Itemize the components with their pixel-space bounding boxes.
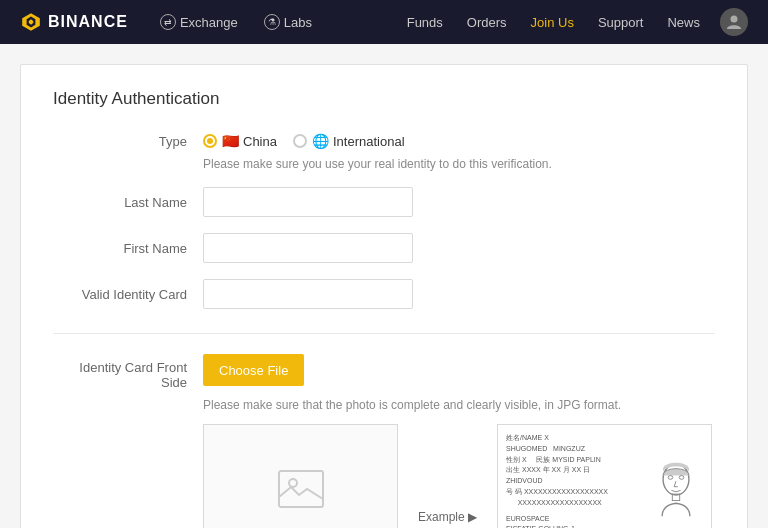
radio-china[interactable]: 🇨🇳 China — [203, 133, 277, 149]
logo-text: BINANCE — [48, 13, 128, 31]
last-name-label: Last Name — [53, 195, 203, 210]
svg-point-3 — [731, 16, 738, 23]
exchange-icon: ⇄ — [160, 14, 176, 30]
svg-point-8 — [679, 476, 684, 480]
nav-news[interactable]: News — [655, 0, 712, 44]
nav-orders[interactable]: Orders — [455, 0, 519, 44]
nav-join-us[interactable]: Join Us — [519, 0, 586, 44]
form-section: Type 🇨🇳 China 🌐 International — [53, 133, 715, 325]
main-nav: ⇄ Exchange ⚗ Labs — [148, 0, 395, 44]
first-name-input[interactable] — [203, 233, 413, 263]
user-icon — [726, 14, 742, 30]
svg-point-7 — [668, 476, 673, 480]
type-row: Type 🇨🇳 China 🌐 International — [53, 133, 715, 149]
nav-funds[interactable]: Funds — [395, 0, 455, 44]
svg-point-5 — [289, 479, 297, 487]
nav-exchange-label: Exchange — [180, 15, 238, 30]
identity-card-input[interactable] — [203, 279, 413, 309]
front-upload-row: Identity Card Front Side Choose File — [53, 354, 715, 390]
logo[interactable]: BINANCE — [20, 11, 128, 33]
image-placeholder-icon — [277, 469, 325, 509]
front-upload-hint: Please make sure that the photo is compl… — [203, 398, 715, 412]
nav-labs[interactable]: ⚗ Labs — [252, 0, 324, 44]
nav-exchange[interactable]: ⇄ Exchange — [148, 0, 250, 44]
international-flag: 🌐 — [312, 133, 329, 149]
type-options: 🇨🇳 China 🌐 International — [203, 133, 405, 149]
nav-support[interactable]: Support — [586, 0, 656, 44]
radio-china-circle — [203, 134, 217, 148]
type-label: Type — [53, 134, 203, 149]
front-upload-section: Identity Card Front Side Choose File Ple… — [53, 354, 715, 528]
page-title: Identity Authentication — [53, 89, 715, 109]
last-name-row: Last Name — [53, 187, 715, 217]
header: BINANCE ⇄ Exchange ⚗ Labs Funds Orders J… — [0, 0, 768, 44]
identity-card-label: Valid Identity Card — [53, 287, 203, 302]
svg-rect-4 — [279, 471, 323, 507]
front-upload-preview — [203, 424, 398, 528]
example-card-photo — [648, 433, 703, 528]
front-upload-label: Identity Card Front Side — [53, 354, 203, 390]
example-card: 姓名/NAME X SHUGOMED MINGZUZ 性别 X 民族 MYSID… — [497, 424, 712, 528]
radio-international[interactable]: 🌐 International — [293, 133, 405, 149]
front-upload-right: Choose File — [203, 354, 715, 386]
front-preview-area: Example ▶ 姓名/NAME X SHUGOMED MINGZUZ 性别 … — [203, 424, 715, 528]
page-card: Identity Authentication Type 🇨🇳 China — [20, 64, 748, 528]
header-right-nav: Funds Orders Join Us Support News — [395, 0, 748, 44]
binance-logo-icon — [20, 11, 42, 33]
user-avatar[interactable] — [720, 8, 748, 36]
info-message: Please make sure you use your real ident… — [203, 157, 715, 171]
radio-china-label: 🇨🇳 China — [222, 133, 277, 149]
identity-card-row: Valid Identity Card — [53, 279, 715, 309]
labs-icon: ⚗ — [264, 14, 280, 30]
section-divider — [53, 333, 715, 334]
nav-labs-label: Labs — [284, 15, 312, 30]
first-name-label: First Name — [53, 241, 203, 256]
main-content: Identity Authentication Type 🇨🇳 China — [4, 44, 764, 528]
example-card-content: 姓名/NAME X SHUGOMED MINGZUZ 性别 X 民族 MYSID… — [506, 433, 640, 528]
china-flag: 🇨🇳 — [222, 133, 239, 149]
example-label: Example ▶ — [418, 424, 477, 528]
id-card-face-illustration — [651, 459, 701, 519]
radio-international-label: 🌐 International — [312, 133, 405, 149]
first-name-row: First Name — [53, 233, 715, 263]
front-choose-file-button[interactable]: Choose File — [203, 354, 304, 386]
radio-international-circle — [293, 134, 307, 148]
last-name-input[interactable] — [203, 187, 413, 217]
